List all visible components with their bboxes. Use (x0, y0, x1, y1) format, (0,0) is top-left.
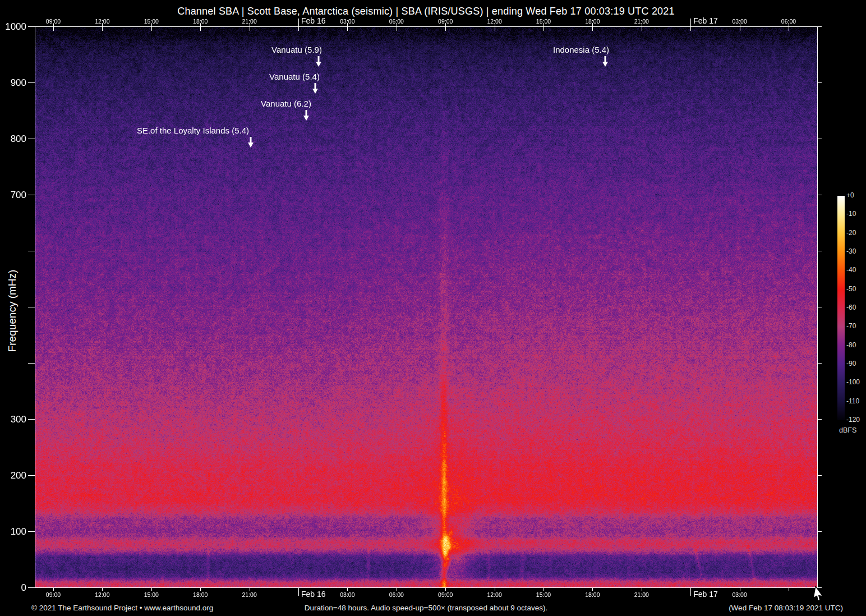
down-arrow-icon (302, 109, 310, 122)
time-tick-inner (347, 27, 348, 31)
freq-tick (28, 251, 35, 251)
time-label: 15:00 (137, 591, 165, 598)
freq-tick-right (818, 251, 822, 251)
time-label: 03:00 (333, 18, 361, 25)
freq-tick (28, 587, 35, 588)
time-tick-inner (200, 27, 201, 31)
event-annotation-label: Vanuatu (5.9) (271, 45, 322, 54)
time-tick-inner (690, 27, 691, 31)
date-label: Feb 16 (301, 16, 326, 25)
freq-tick (28, 419, 35, 420)
freq-tick-right (818, 26, 822, 27)
time-tick-inner (53, 27, 54, 31)
y-axis-title: Frequency (mHz) (6, 218, 21, 403)
colorbar-tick-label: +0 (846, 191, 854, 199)
time-label: 21:00 (236, 18, 264, 25)
colorbar-tick-label: -20 (846, 229, 856, 237)
freq-tick (28, 26, 35, 27)
freq-tick-right (818, 307, 822, 307)
footer-timestamp: (Wed Feb 17 08:03:19 2021 UTC) (729, 604, 843, 612)
colorbar-tick-label: -50 (846, 285, 856, 293)
time-label: 06:00 (775, 18, 803, 25)
time-tick (397, 588, 397, 591)
event-annotation-label: Vanuatu (6.2) (261, 99, 311, 108)
time-tick (690, 588, 691, 596)
colorbar-tick-label: -30 (846, 247, 856, 255)
event-annotation-label: Vanuatu (5.4) (269, 72, 320, 81)
time-tick (53, 588, 54, 591)
date-label: Feb 17 (693, 590, 718, 599)
time-label: 03:00 (726, 591, 754, 598)
date-label: Feb 17 (693, 16, 718, 25)
time-tick (250, 588, 250, 591)
time-tick (445, 588, 446, 591)
event-annotation-label: SE.of the Loyalty Islands (5.4) (137, 126, 249, 135)
colorbar-tick-label: -110 (846, 397, 859, 405)
freq-tick (28, 363, 35, 364)
time-label: 03:00 (726, 18, 754, 25)
freq-label: 200 (0, 470, 26, 481)
time-tick-inner (495, 27, 495, 31)
time-tick (298, 588, 299, 596)
time-label: 06:00 (383, 591, 411, 598)
time-tick-inner (740, 27, 740, 31)
time-label: 09:00 (431, 591, 459, 598)
freq-label: 100 (0, 526, 26, 537)
colorbar-tick-label: -60 (846, 304, 856, 311)
time-label: 09:00 (39, 591, 67, 598)
time-tick (347, 588, 348, 591)
time-tick (151, 588, 152, 591)
time-tick-inner (789, 27, 789, 31)
time-label: 21:00 (236, 591, 264, 598)
time-tick (789, 588, 789, 591)
freq-tick (28, 531, 35, 532)
freq-tick-right (818, 139, 822, 139)
freq-tick-right (818, 195, 822, 195)
freq-label: 1000 (0, 21, 26, 33)
freq-tick (28, 475, 35, 476)
time-tick-inner (298, 27, 299, 31)
time-tick (200, 588, 201, 591)
spectrogram-page: Channel SBA | Scott Base, Antarctica (se… (0, 0, 866, 616)
time-tick-inner (642, 27, 642, 31)
time-tick (298, 19, 299, 26)
time-tick (690, 19, 691, 26)
time-tick-inner (592, 27, 593, 31)
time-label: 21:00 (628, 18, 656, 25)
time-label: 15:00 (529, 18, 558, 25)
time-label: 12:00 (88, 591, 116, 598)
colorbar-tick-label: -90 (846, 360, 856, 367)
freq-tick-right (818, 363, 822, 364)
time-label: 12:00 (88, 18, 116, 25)
event-annotation-label: Indonesia (5.4) (553, 45, 609, 54)
down-arrow-icon (311, 82, 319, 95)
time-tick-inner (445, 27, 446, 31)
freq-label: 300 (0, 414, 26, 425)
spectrogram-canvas (35, 27, 817, 587)
page-title: Channel SBA | Scott Base, Antarctica (se… (35, 6, 817, 17)
time-label: 09:00 (39, 18, 67, 25)
time-label: 15:00 (529, 591, 558, 598)
time-tick-inner (397, 27, 397, 31)
freq-label: 800 (0, 134, 26, 145)
colorbar-tick-label: -120 (846, 416, 860, 424)
freq-label: 700 (0, 190, 26, 201)
freq-tick (28, 195, 35, 195)
time-label: 12:00 (481, 591, 509, 598)
mouse-cursor-icon (814, 586, 827, 605)
time-label: 09:00 (431, 18, 459, 25)
colorbar-tick-label: -80 (846, 341, 856, 349)
freq-tick-right (818, 419, 822, 420)
down-arrow-icon (315, 56, 323, 68)
colorbar-tick-label: -40 (846, 266, 856, 274)
time-label: 21:00 (628, 591, 656, 598)
time-tick (592, 588, 593, 591)
time-tick (102, 588, 103, 591)
time-tick-inner (151, 27, 152, 31)
time-label: 18:00 (186, 591, 214, 598)
down-arrow-icon (247, 136, 255, 149)
freq-tick-right (818, 475, 822, 476)
time-tick (642, 588, 642, 591)
time-label: 18:00 (186, 18, 214, 25)
colorbar-tick-label: -70 (846, 322, 856, 330)
